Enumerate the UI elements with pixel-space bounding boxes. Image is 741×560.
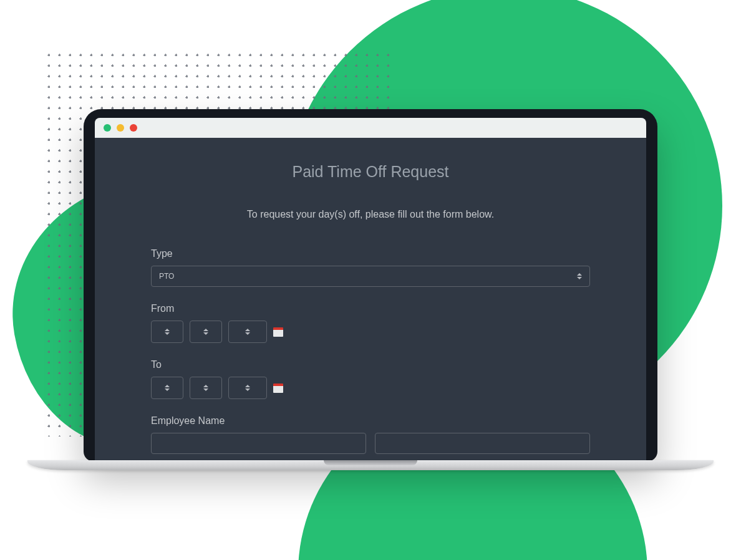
page-title: Paid Time Off Request: [151, 163, 590, 181]
window-close-icon[interactable]: [104, 124, 111, 132]
select-stepper-icon: [203, 329, 208, 335]
select-stepper-icon: [165, 385, 170, 391]
type-label: Type: [151, 248, 590, 259]
to-month-select[interactable]: [151, 377, 183, 399]
employee-name-label: Employee Name: [151, 415, 590, 427]
select-stepper-icon: [245, 329, 250, 335]
type-field-group: Type PTO: [151, 248, 590, 287]
from-label: From: [151, 303, 590, 314]
to-day-select[interactable]: [190, 377, 222, 399]
calendar-icon[interactable]: [273, 384, 283, 393]
laptop-base: [27, 460, 714, 470]
window-minimize-icon[interactable]: [117, 124, 124, 132]
select-stepper-icon: [245, 385, 250, 391]
calendar-icon[interactable]: [273, 327, 283, 337]
type-select[interactable]: PTO: [151, 266, 590, 287]
page-subtitle: To request your day(s) off, please fill …: [151, 209, 590, 220]
form-container: Paid Time Off Request To request your da…: [95, 138, 646, 461]
laptop-notch: [324, 460, 417, 465]
select-stepper-icon: [165, 329, 170, 335]
browser-window: Paid Time Off Request To request your da…: [95, 118, 646, 461]
laptop-screen: Paid Time Off Request To request your da…: [84, 109, 657, 461]
type-value: PTO: [159, 272, 174, 281]
to-field-group: To: [151, 359, 590, 399]
to-year-select[interactable]: [228, 377, 267, 399]
from-date-row: [151, 321, 590, 343]
from-month-select[interactable]: [151, 321, 183, 343]
window-maximize-icon[interactable]: [130, 124, 137, 132]
laptop-mockup: Paid Time Off Request To request your da…: [84, 109, 657, 470]
employee-name-row: [151, 433, 590, 454]
from-day-select[interactable]: [190, 321, 222, 343]
browser-title-bar: [95, 118, 646, 138]
first-name-input[interactable]: [151, 433, 366, 454]
select-stepper-icon: [577, 273, 582, 279]
from-year-select[interactable]: [228, 321, 267, 343]
select-stepper-icon: [203, 385, 208, 391]
from-field-group: From: [151, 303, 590, 343]
last-name-input[interactable]: [375, 433, 590, 454]
employee-name-group: Employee Name: [151, 415, 590, 454]
to-label: To: [151, 359, 590, 370]
to-date-row: [151, 377, 590, 399]
